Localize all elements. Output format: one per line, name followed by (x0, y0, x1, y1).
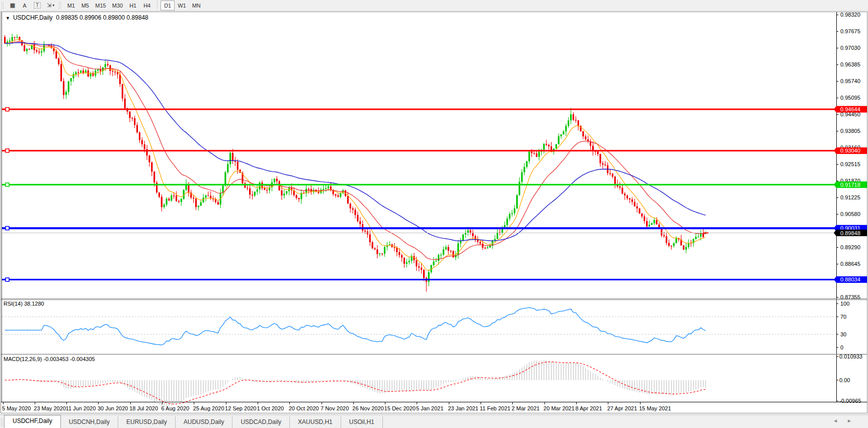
text-tool-glyph: T (34, 2, 41, 9)
svg-text:0.98320: 0.98320 (840, 12, 860, 18)
svg-text:0.91225: 0.91225 (840, 194, 860, 200)
svg-text:1 Oct 2020: 1 Oct 2020 (257, 405, 284, 411)
dropdown-arrow-icon[interactable]: ▾ (52, 3, 54, 8)
svg-text:20 Mar 2021: 20 Mar 2021 (543, 405, 575, 411)
tab-scroll-arrows: ◄► (833, 418, 861, 423)
svg-text:0.00: 0.00 (839, 377, 850, 383)
svg-text:-0.00965: -0.00965 (839, 398, 861, 404)
svg-text:11 Feb 2021: 11 Feb 2021 (480, 405, 511, 411)
svg-text:5 Jan 2021: 5 Jan 2021 (416, 405, 443, 411)
tab-audusd-daily[interactable]: AUDUSD,Daily (176, 416, 233, 428)
svg-text:0.94644: 0.94644 (840, 106, 860, 112)
rsi-label: RSI(14) 38.1280 (4, 301, 44, 307)
objects-grid-icon[interactable]: ▦ (7, 1, 19, 11)
svg-text:30 Jun 2020: 30 Jun 2020 (98, 405, 128, 411)
svg-text:100: 100 (840, 301, 849, 307)
tab-scroll-left-icon[interactable]: ◄ (833, 418, 847, 423)
timeframe-button-d1[interactable]: D1 (161, 1, 175, 11)
svg-text:23 Jan 2021: 23 Jan 2021 (448, 405, 479, 411)
svg-text:0.88645: 0.88645 (840, 261, 860, 267)
timeframe-button-mn[interactable]: MN (189, 1, 204, 11)
svg-text:0.97675: 0.97675 (840, 28, 860, 34)
price-label-pill: 0.89848 (834, 230, 867, 236)
svg-text:2 Mar 2021: 2 Mar 2021 (512, 405, 540, 411)
svg-text:0.95740: 0.95740 (840, 78, 860, 84)
price-label-pill: 0.93040 (834, 148, 867, 154)
svg-text:15 Dec 2020: 15 Dec 2020 (384, 405, 416, 411)
svg-text:20 Oct 2020: 20 Oct 2020 (289, 405, 319, 411)
arrows-tool-icon[interactable]: ⇲▾ (44, 1, 57, 11)
price-axis[interactable]: 0.983200.976750.970300.963850.957400.950… (836, 12, 860, 300)
candlestick-layer[interactable] (4, 34, 706, 292)
svg-text:8 Apr 2021: 8 Apr 2021 (575, 405, 602, 411)
tab-usdcad-daily[interactable]: USDCAD,Daily (232, 416, 290, 428)
svg-text:0.96385: 0.96385 (840, 61, 860, 67)
chart-window[interactable]: ▼USDCHF,Daily 0.89835 0.89906 0.89800 0.… (0, 11, 868, 414)
arrows-glyph: ⇲ (47, 2, 51, 9)
chart-symbol-label: USDCHF,Daily (13, 14, 53, 21)
text-tool-icon[interactable]: T (31, 1, 44, 11)
date-axis[interactable]: 5 May 202023 May 202011 Jun 202030 Jun 2… (2, 402, 671, 411)
svg-text:0.88034: 0.88034 (840, 276, 860, 282)
svg-text:0.010933: 0.010933 (839, 353, 862, 360)
tab-usoil-h1[interactable]: USOil,H1 (341, 416, 383, 428)
rsi-panel[interactable]: 10070300RSI(14) 38.1280 (2, 301, 849, 350)
timeframe-button-h4[interactable]: H4 (140, 1, 154, 11)
tabbar-grip[interactable] (1, 418, 3, 427)
chart-title: ▼USDCHF,Daily 0.89835 0.89906 0.89800 0.… (4, 14, 150, 21)
chart-frame (1, 12, 867, 413)
timeframe-button-h1[interactable]: H1 (126, 1, 140, 11)
timeframe-separator (157, 1, 157, 9)
macd-panel[interactable]: 0.0109330.00-0.00965MACD(12,26,9) -0.003… (4, 353, 862, 407)
svg-text:0: 0 (840, 344, 843, 350)
svg-text:25 Aug 2020: 25 Aug 2020 (193, 405, 224, 411)
price-label-pill: 0.88034 (834, 276, 867, 283)
horizontal-lines[interactable] (2, 108, 836, 281)
svg-text:0.93805: 0.93805 (840, 128, 860, 134)
toolbar-grip-2[interactable] (58, 2, 62, 10)
svg-text:5 May 2020: 5 May 2020 (2, 405, 31, 411)
hline-handle[interactable] (6, 227, 9, 230)
svg-text:0.89290: 0.89290 (840, 244, 860, 250)
toolbar-grip[interactable] (1, 2, 5, 10)
timeframe-button-m1[interactable]: M1 (64, 1, 78, 11)
svg-text:15 May 2021: 15 May 2021 (639, 405, 671, 411)
svg-text:6 Aug 2020: 6 Aug 2020 (162, 405, 190, 411)
timeframe-button-m5[interactable]: M5 (78, 1, 92, 11)
svg-text:27 Apr 2021: 27 Apr 2021 (607, 405, 637, 411)
tab-scroll-right-icon[interactable]: ► (847, 418, 861, 423)
rsi-line (5, 308, 706, 345)
text-label-tool-icon[interactable]: A (19, 1, 31, 11)
timeframe-button-m30[interactable]: M30 (109, 1, 126, 11)
timeframe-button-w1[interactable]: W1 (175, 1, 189, 11)
top-toolbar: ▦ A T ⇲▾ M1M5M15M30H1H4D1W1MN (0, 0, 868, 11)
mt4-window: { "toolbar": { "tools": [ {"name":"objec… (0, 0, 868, 428)
svg-text:26 Nov 2020: 26 Nov 2020 (352, 405, 383, 411)
svg-text:0.91718: 0.91718 (840, 182, 860, 188)
svg-text:12 Sep 2020: 12 Sep 2020 (225, 405, 256, 411)
chart-canvas[interactable]: 0.983200.976750.970300.963850.957400.950… (0, 11, 868, 414)
svg-text:0.87355: 0.87355 (840, 294, 860, 300)
hline-handle[interactable] (6, 278, 9, 281)
svg-text:0.93040: 0.93040 (840, 148, 860, 154)
hline-handle[interactable] (6, 108, 9, 111)
tab-usdcnh-daily[interactable]: USDCNH,Daily (61, 416, 118, 428)
price-label-pill: 0.91718 (834, 181, 867, 188)
tab-eurusd-daily[interactable]: EURUSD,Daily (118, 416, 176, 428)
symbol-tab-bar: USDCHF,DailyUSDCNH,DailyEURUSD,DailyAUDU… (0, 414, 868, 428)
tab-usdchf-daily[interactable]: USDCHF,Daily (4, 415, 61, 428)
svg-text:70: 70 (840, 314, 846, 320)
hline-handle[interactable] (6, 149, 9, 153)
tab-xauusd-h1[interactable]: XAUUSD,H1 (290, 416, 341, 428)
timeframe-buttons: M1M5M15M30H1H4D1W1MN (64, 1, 203, 11)
price-label-pill: 0.94644 (834, 106, 867, 113)
chart-dropdown-icon[interactable]: ▼ (6, 16, 10, 21)
svg-text:23 May 2020: 23 May 2020 (34, 405, 66, 411)
svg-text:0.89848: 0.89848 (840, 230, 860, 236)
svg-text:7 Nov 2020: 7 Nov 2020 (321, 405, 349, 411)
timeframe-button-m15[interactable]: M15 (92, 1, 109, 11)
chart-ohlc-values: 0.89835 0.89906 0.89800 0.89848 (56, 14, 148, 21)
macd-label: MACD(12,26,9) -0.003453 -0.004305 (4, 356, 95, 362)
hline-handle[interactable] (6, 183, 9, 186)
svg-text:11 Jun 2020: 11 Jun 2020 (66, 405, 96, 411)
